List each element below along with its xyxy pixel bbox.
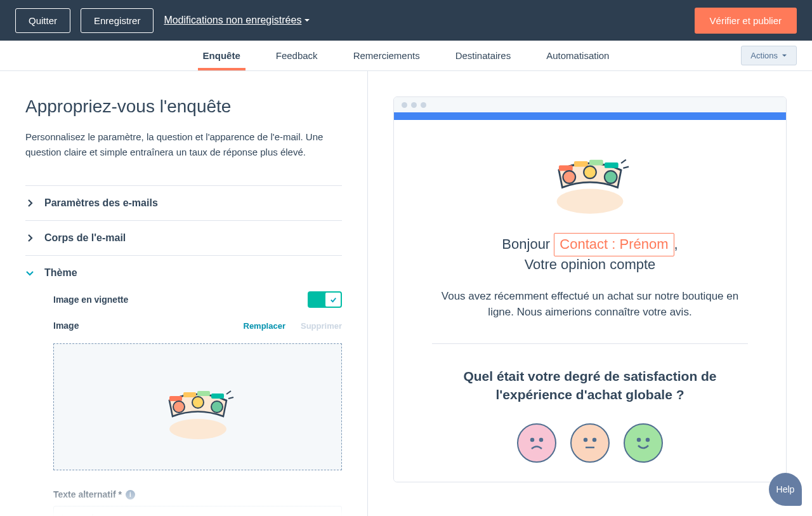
page-description: Personnalisez le paramètre, la question … <box>25 129 342 160</box>
survey-question: Quel était votre degré de satisfaction d… <box>432 367 748 404</box>
chevron-down-icon <box>782 53 787 58</box>
info-icon[interactable]: i <box>126 490 135 499</box>
svg-point-10 <box>557 189 624 214</box>
help-button[interactable]: Help <box>769 473 802 506</box>
unsaved-status[interactable]: Modifications non enregistrées <box>164 15 310 26</box>
tab-bar: Enquête Feedback Remerciements Destinata… <box>0 41 812 71</box>
svg-point-20 <box>531 439 534 441</box>
svg-rect-11 <box>559 165 573 171</box>
svg-rect-2 <box>197 391 210 396</box>
svg-point-15 <box>563 171 575 183</box>
chevron-right-icon <box>25 199 34 208</box>
svg-point-26 <box>646 439 649 441</box>
tab-survey[interactable]: Enquête <box>203 41 240 70</box>
rating-happy[interactable] <box>624 423 663 463</box>
thumbnail-toggle[interactable] <box>308 291 342 308</box>
svg-point-17 <box>605 171 617 183</box>
section-theme[interactable]: Thème <box>25 267 342 279</box>
divider <box>432 343 748 344</box>
quit-button[interactable]: Quitter <box>15 8 70 33</box>
preview-panel: Bonjour Contact : Prénom, Votre opinion … <box>368 71 812 516</box>
survey-faces-illustration <box>150 372 246 442</box>
svg-rect-1 <box>183 392 196 397</box>
svg-point-16 <box>584 166 596 179</box>
image-label: Image <box>53 321 79 331</box>
alt-text-input[interactable] <box>53 506 342 516</box>
window-dot <box>402 102 407 108</box>
page-title: Appropriez-vous l'enquête <box>25 96 342 117</box>
svg-point-6 <box>211 401 223 413</box>
svg-point-4 <box>173 401 185 413</box>
check-icon <box>329 296 337 304</box>
section-email-body[interactable]: Corps de l'e-mail <box>25 232 342 244</box>
svg-rect-0 <box>169 396 182 401</box>
personalization-token[interactable]: Contact : Prénom <box>554 233 674 256</box>
image-preview[interactable] <box>53 343 342 470</box>
section-email-settings[interactable]: Paramètres des e-mails <box>25 197 342 209</box>
svg-point-23 <box>593 439 596 441</box>
survey-faces-illustration <box>536 139 644 215</box>
svg-line-7 <box>226 391 231 394</box>
rating-sad[interactable] <box>517 423 556 463</box>
svg-rect-13 <box>589 160 603 166</box>
email-accent-bar <box>394 112 786 120</box>
top-bar: Quitter Enregistrer Modifications non en… <box>0 0 812 41</box>
rating-neutral[interactable] <box>570 423 610 463</box>
publish-button[interactable]: Vérifier et publier <box>695 8 797 34</box>
svg-rect-14 <box>605 162 619 168</box>
chevron-right-icon <box>25 234 34 242</box>
svg-point-5 <box>192 397 204 408</box>
tab-automation[interactable]: Automatisation <box>546 41 609 70</box>
email-preview: Bonjour Contact : Prénom, Votre opinion … <box>393 96 787 482</box>
intro-text: Vous avez récemment effectué un achat su… <box>432 288 748 321</box>
svg-line-19 <box>623 167 629 168</box>
alt-text-label: Texte alternatif * <box>53 489 122 499</box>
greeting-line: Bonjour Contact : Prénom, <box>432 233 748 256</box>
svg-line-18 <box>621 160 626 163</box>
thumbnail-label: Image en vignette <box>53 294 128 305</box>
tab-feedback[interactable]: Feedback <box>276 41 318 70</box>
tab-thanks[interactable]: Remerciements <box>353 41 420 70</box>
sub-greeting: Votre opinion compte <box>432 256 748 273</box>
actions-dropdown[interactable]: Actions <box>741 46 797 65</box>
replace-image-link[interactable]: Remplacer <box>244 321 285 331</box>
window-dot <box>421 102 426 108</box>
svg-point-21 <box>540 439 542 441</box>
settings-panel: Appropriez-vous l'enquête Personnalisez … <box>0 71 368 516</box>
svg-rect-3 <box>211 394 224 399</box>
svg-line-8 <box>228 397 233 399</box>
chevron-down-icon <box>25 268 34 277</box>
svg-rect-12 <box>574 161 588 167</box>
svg-point-25 <box>638 439 640 441</box>
save-button[interactable]: Enregistrer <box>81 8 154 33</box>
svg-point-9 <box>169 419 226 439</box>
svg-point-22 <box>584 439 587 441</box>
window-dot <box>411 102 417 108</box>
tab-recipients[interactable]: Destinataires <box>455 41 511 70</box>
delete-image-link[interactable]: Supprimer <box>301 321 342 331</box>
chevron-down-icon <box>304 17 310 23</box>
